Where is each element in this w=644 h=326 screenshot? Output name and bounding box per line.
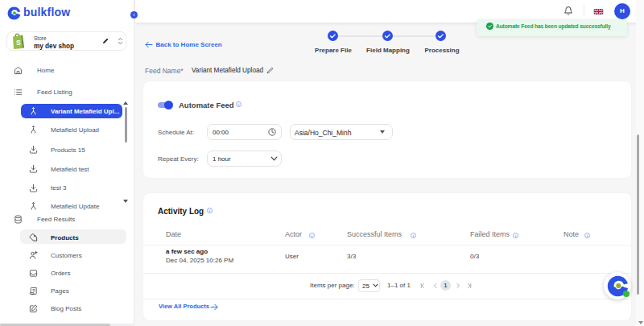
svg-text:S: S bbox=[16, 39, 21, 47]
